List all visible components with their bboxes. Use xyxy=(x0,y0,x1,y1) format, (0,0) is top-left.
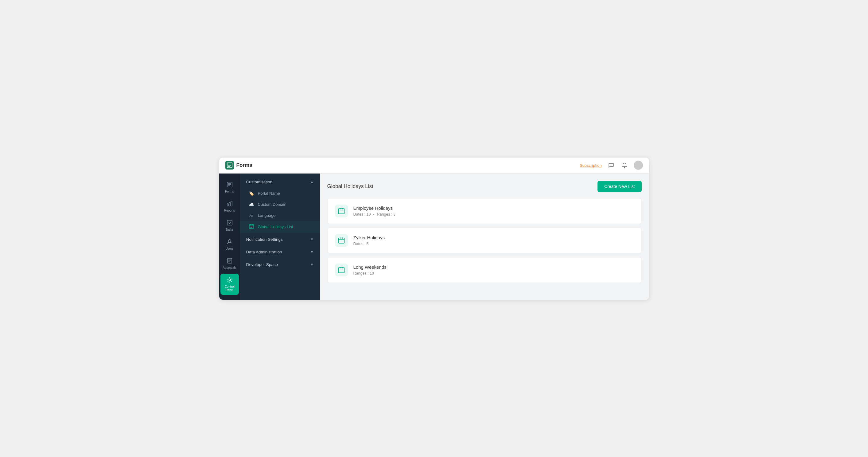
holiday-card-zylker[interactable]: Zylker Holidays Dates : 5 xyxy=(327,227,642,253)
users-label: Users xyxy=(225,247,234,250)
approvals-icon xyxy=(226,258,233,265)
sidebar-item-users[interactable]: Users xyxy=(220,236,239,253)
left-nav: Forms Reports xyxy=(219,174,240,300)
language-label: Language xyxy=(258,213,276,218)
svg-rect-11 xyxy=(227,220,232,225)
app-container: Forms Subscription xyxy=(219,157,649,300)
app-logo: Forms xyxy=(225,161,252,170)
approvals-label: Approvals xyxy=(223,266,236,269)
data-administration-header[interactable]: Data Administration ▼ xyxy=(240,246,320,258)
developer-space-section: Developer Space ▼ xyxy=(240,258,320,271)
notification-settings-section: Notification Settings ▼ xyxy=(240,234,320,245)
tasks-label: Tasks xyxy=(226,228,234,231)
long-weekends-ranges-meta: Ranges : 10 xyxy=(353,271,374,275)
svg-text:31: 31 xyxy=(250,226,252,228)
control-panel-label: Control Panel xyxy=(223,285,237,292)
sidebar-item-portal-name[interactable]: 🏷️ Portal Name xyxy=(240,188,320,199)
zylker-holidays-info: Zylker Holidays Dates : 5 xyxy=(353,235,634,246)
subscription-link[interactable]: Subscription xyxy=(580,163,602,168)
zylker-holidays-icon xyxy=(335,234,348,247)
page-title: Global Holidays List xyxy=(327,183,373,189)
reports-icon xyxy=(226,201,233,208)
customisation-section: Customisation ▲ 🏷️ Portal Name ☁️ Custom… xyxy=(240,176,320,233)
long-weekends-title: Long Weekends xyxy=(353,265,634,270)
employee-holidays-title: Employee Holidays xyxy=(353,206,634,211)
long-weekends-info: Long Weekends Ranges : 10 xyxy=(353,265,634,275)
svg-point-17 xyxy=(229,279,230,281)
notification-settings-header[interactable]: Notification Settings ▼ xyxy=(240,234,320,245)
user-avatar[interactable] xyxy=(634,161,643,170)
sidebar-item-custom-domain[interactable]: ☁️ Custom Domain xyxy=(240,199,320,210)
main-layout: Forms Reports xyxy=(219,174,649,300)
content-area: Global Holidays List Create New List xyxy=(320,174,649,300)
developer-space-label: Developer Space xyxy=(246,262,278,267)
zylker-holidays-title: Zylker Holidays xyxy=(353,235,634,240)
svg-rect-9 xyxy=(229,203,230,206)
control-panel-icon xyxy=(226,277,233,284)
employee-holidays-info: Employee Holidays Dates : 10 Ranges : 3 xyxy=(353,206,634,216)
chat-icon[interactable] xyxy=(607,161,615,170)
topbar: Forms Subscription xyxy=(219,157,649,174)
long-weekends-meta: Ranges : 10 xyxy=(353,271,634,275)
holiday-card-employee[interactable]: Employee Holidays Dates : 10 Ranges : 3 xyxy=(327,198,642,224)
zylker-holidays-meta: Dates : 5 xyxy=(353,242,634,246)
forms-icon xyxy=(226,182,233,189)
sidebar-item-control-panel[interactable]: Control Panel xyxy=(220,274,239,295)
developer-space-chevron: ▼ xyxy=(310,263,314,266)
employee-holidays-meta: Dates : 10 Ranges : 3 xyxy=(353,212,634,216)
employee-ranges-meta: Ranges : 3 xyxy=(377,212,395,216)
developer-space-header[interactable]: Developer Space ▼ xyxy=(240,258,320,271)
tasks-icon xyxy=(226,220,233,227)
sidebar-item-language[interactable]: Aₐ Language xyxy=(240,210,320,221)
customisation-chevron: ▲ xyxy=(310,180,314,184)
sidebar-item-global-holidays[interactable]: 31 Global Holidays List xyxy=(240,221,320,233)
custom-domain-label: Custom Domain xyxy=(258,202,286,207)
holiday-list-container: Employee Holidays Dates : 10 Ranges : 3 xyxy=(327,198,642,283)
global-holidays-icon: 31 xyxy=(249,224,254,230)
language-icon: Aₐ xyxy=(249,213,254,218)
sidebar-item-approvals[interactable]: Approvals xyxy=(220,254,239,272)
global-holidays-label: Global Holidays List xyxy=(258,224,293,229)
forms-label: Forms xyxy=(225,190,234,193)
sidebar-item-tasks[interactable]: Tasks xyxy=(220,216,239,234)
svg-rect-10 xyxy=(231,201,232,206)
svg-rect-23 xyxy=(338,209,344,214)
app-title: Forms xyxy=(237,162,252,168)
notification-icon[interactable] xyxy=(620,161,629,170)
employee-holidays-icon xyxy=(335,205,348,217)
reports-label: Reports xyxy=(224,209,235,212)
sidebar: Customisation ▲ 🏷️ Portal Name ☁️ Custom… xyxy=(240,174,320,300)
long-weekends-icon xyxy=(335,264,348,276)
logo-icon xyxy=(225,161,234,170)
topbar-right: Subscription xyxy=(580,161,643,170)
data-administration-section: Data Administration ▼ xyxy=(240,246,320,258)
meta-separator xyxy=(373,214,374,215)
customisation-header[interactable]: Customisation ▲ xyxy=(240,176,320,188)
portal-name-icon: 🏷️ xyxy=(249,191,254,196)
content-header: Global Holidays List Create New List xyxy=(327,181,642,192)
data-administration-label: Data Administration xyxy=(246,250,282,254)
data-administration-chevron: ▼ xyxy=(310,250,314,254)
create-new-list-button[interactable]: Create New List xyxy=(597,181,642,192)
svg-rect-8 xyxy=(227,204,228,206)
holiday-card-long-weekends[interactable]: Long Weekends Ranges : 10 xyxy=(327,257,642,283)
portal-name-label: Portal Name xyxy=(258,191,280,195)
notification-settings-label: Notification Settings xyxy=(246,237,283,242)
svg-point-12 xyxy=(228,240,231,242)
notification-settings-chevron: ▼ xyxy=(310,237,314,241)
sidebar-item-forms[interactable]: Forms xyxy=(220,178,239,196)
employee-dates-meta: Dates : 10 xyxy=(353,212,371,216)
svg-rect-27 xyxy=(338,238,344,243)
custom-domain-icon: ☁️ xyxy=(249,202,254,207)
users-icon xyxy=(226,239,233,246)
customisation-label: Customisation xyxy=(246,180,273,184)
sidebar-item-reports[interactable]: Reports xyxy=(220,197,239,215)
zylker-dates-meta: Dates : 5 xyxy=(353,242,369,246)
svg-rect-31 xyxy=(338,268,344,273)
